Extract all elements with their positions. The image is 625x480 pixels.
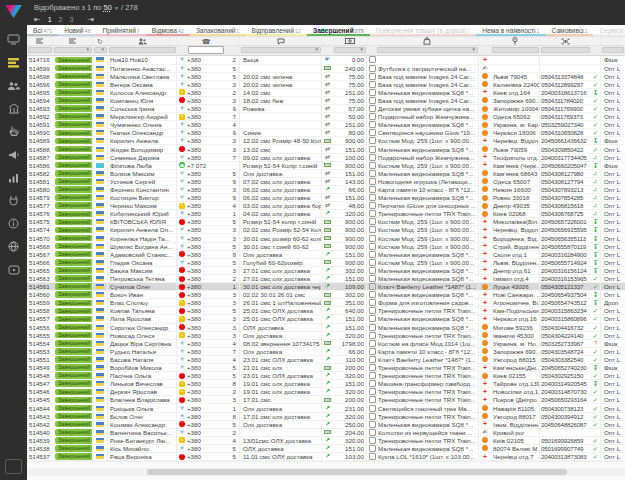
ttn-number[interactable]: 20450655870119 <box>540 243 591 250</box>
tag-column[interactable] <box>601 37 625 45</box>
client-phone[interactable]: +380 <box>187 364 225 371</box>
order-row[interactable]: 514555ЗавершенийНовосад Олесяlc+3803Олх … <box>27 332 625 340</box>
ttn-number[interactable]: 0504303548724 <box>540 348 591 355</box>
order-row[interactable]: 514565ЗавершенийБаюка Максим'+380327.01 … <box>27 267 625 275</box>
order-row[interactable]: 514716ЗавершенийНов10 Нов10✳+3802Выца☛0.… <box>27 56 625 64</box>
ttn-number[interactable]: 20450661436632 <box>540 137 591 144</box>
client-phone[interactable]: +380 <box>187 404 225 411</box>
ttn-number[interactable]: 0503252733967 <box>540 340 591 347</box>
ttn-number[interactable]: 20400315860896 <box>540 315 591 322</box>
ttn-number[interactable]: 0504311769900 <box>540 105 591 112</box>
ttn-number[interactable]: 20400316284900 <box>540 251 591 258</box>
ttn-number[interactable]: 0504304224140 <box>540 332 591 339</box>
client-phone[interactable]: +380 <box>187 348 225 355</box>
ttn-number[interactable]: 20450660205047 <box>540 162 591 169</box>
ttn-number[interactable]: 20450655714924 <box>540 259 591 266</box>
ttn-number[interactable]: 20450656355113 <box>540 234 591 241</box>
order-row[interactable]: 514586ЗавершенийФіліпова Люба☎+7 072Розм… <box>27 162 625 170</box>
status-tab[interactable]: Завершений278 <box>307 25 370 36</box>
client-phone[interactable]: +380 <box>187 340 225 347</box>
order-row[interactable]: 514591ЗавершенийЧумаченко Олена✳+3804⇄15… <box>27 121 625 129</box>
order-row[interactable]: 514595ЗавершенийКолосок Александрlc+3802… <box>27 89 625 97</box>
order-row[interactable]: 514580ЗавершенийФесенко Константин✳+3803… <box>27 186 625 194</box>
order-row[interactable]: 514545ЗавершенийБлагінна Владіслава'+380… <box>27 396 625 404</box>
first-page-icon[interactable]: ⇤ <box>34 15 41 24</box>
ttn-number[interactable]: 20450652740230 <box>540 364 591 371</box>
client-phone[interactable]: +380 <box>187 324 225 331</box>
ttn-number[interactable]: 0504305121337 <box>540 283 591 290</box>
dashboard-icon[interactable] <box>5 31 22 48</box>
ttn-number[interactable]: 0504306815618 <box>540 202 591 209</box>
phone-column-icon2[interactable]: ☎ <box>187 37 225 45</box>
id-filter[interactable] <box>27 46 53 55</box>
app-logo-icon[interactable] <box>5 5 22 18</box>
ttn-number[interactable]: 20400314870730 <box>540 388 591 395</box>
client-phone[interactable]: +380 <box>187 113 225 120</box>
order-row[interactable]: 514566ЗавершенийГладик Оксана✳+3805Голуб… <box>27 259 625 267</box>
comment-column-icon[interactable] <box>240 37 322 45</box>
status-tab[interactable]: Відправлений12 <box>246 25 308 36</box>
order-row[interactable]: 514575ЗавершенийКВІТОВСЬКА ЮЛІЯ'+3805Роз… <box>27 218 625 226</box>
ttn-number[interactable]: 0503259027340 <box>540 121 591 128</box>
ttn-number[interactable]: 20450654743512 <box>540 299 591 306</box>
client-phone[interactable]: +380 <box>187 89 225 96</box>
order-row[interactable]: 514551ЗавершенийБасова Наталя✳+380423.01… <box>27 356 625 364</box>
payment-column[interactable] <box>322 37 333 45</box>
ttn-filter[interactable] <box>540 46 591 55</box>
order-row[interactable]: 514559ЗавершенийВлас Слотюуlc+380326.01 … <box>27 299 625 307</box>
order-row[interactable]: 514540ЗавершенийВалентина Васильє...✳+38… <box>27 429 625 437</box>
order-row[interactable]: 514570ЗавершенийКорнелюк Надія Та...✳+38… <box>27 234 625 242</box>
client-phone[interactable]: +380 <box>187 154 225 161</box>
client-phone[interactable]: +380 <box>187 291 225 298</box>
client-phone[interactable]: +380 <box>187 356 225 363</box>
order-row[interactable]: 514574ЗавершенийКирилич Анжела Ол...✳+38… <box>27 226 625 234</box>
delivery-column[interactable] <box>479 37 491 45</box>
client-phone[interactable]: +380 <box>187 259 225 266</box>
order-row[interactable]: 514542ЗавершенийКошмак Александр'+3805Ол… <box>27 421 625 429</box>
order-row[interactable]: 514543ЗавершенийБєлов Олег✳+380817.01 см… <box>27 413 625 421</box>
horizontal-scrollbar[interactable] <box>27 468 625 476</box>
ttn-number[interactable]: 0504300394912 <box>540 413 591 420</box>
client-phone[interactable]: +380 <box>187 413 225 420</box>
order-row[interactable]: 514558ЗавершенийКовпак Татьяна'+380525.0… <box>27 307 625 315</box>
order-row[interactable]: 514587ЗавершенийСеменюк Дарина✳+380709.0… <box>27 154 625 162</box>
client-phone[interactable]: +7 072 <box>187 162 225 169</box>
client-filter[interactable] <box>108 46 177 55</box>
order-row[interactable]: 514549ЗавершенийВоробйов Микола✳+380521.… <box>27 364 625 372</box>
ttn-number[interactable]: 0504300738123 <box>540 404 591 411</box>
status-tab[interactable]: Нема в наявності1 <box>476 25 545 36</box>
order-row[interactable]: 514599ЗавершенийПотапенко Анастас...✳+38… <box>27 65 625 73</box>
client-phone[interactable]: +380 <box>187 137 225 144</box>
ttn-number[interactable]: 20400317734405 <box>540 154 591 161</box>
status-filter[interactable]: ▼ <box>53 46 93 55</box>
ttn-number[interactable]: 20400315863234 <box>540 307 591 314</box>
status-tab[interactable]: Прийнятий7 <box>96 25 145 36</box>
ttn-number[interactable] <box>540 429 591 436</box>
order-row[interactable]: 514576ЗавершенийКобилинський Юрий✳+38010… <box>27 210 625 218</box>
id-column-sort-icon[interactable] <box>27 37 53 45</box>
order-row[interactable]: 514544ЗавершенийРокіцька Ольга✳+3801Олх … <box>27 404 625 412</box>
comment-filter[interactable]: ▼ <box>240 46 322 55</box>
order-row[interactable]: 514560ЗавершенийБокоч Иван'+380302.02 30… <box>27 291 625 299</box>
client-phone[interactable]: +380 <box>187 186 225 193</box>
ttn-number[interactable]: 0504310650828 <box>540 129 591 136</box>
last-page-icon[interactable]: ⇥ <box>87 15 94 24</box>
count-column[interactable] <box>225 37 240 45</box>
order-row[interactable]: 514563ЗавершенийПетровська Тетяна'+38022… <box>27 275 625 283</box>
order-row[interactable]: 514581ЗавершенийУстинов Сергей✳+380907.0… <box>27 178 625 186</box>
client-phone[interactable]: +380 <box>187 388 225 395</box>
client-phone[interactable]: +380 <box>187 267 225 274</box>
megaphone-icon[interactable] <box>5 146 22 163</box>
order-row[interactable]: 514553ЗавершенийРудько Наталья✳+3807Олх … <box>27 348 625 356</box>
client-phone[interactable]: +380 <box>187 121 225 128</box>
client-phone[interactable]: +380 <box>187 234 225 241</box>
order-row[interactable]: 514582ЗавершенийВолков Максим✳+3805Олх д… <box>27 170 625 178</box>
ttn-number[interactable] <box>540 65 591 72</box>
ttn-number[interactable]: 20400316153965 <box>540 275 591 282</box>
amount-column-icon[interactable] <box>333 37 367 45</box>
ttn-number[interactable]: 0504307893213 <box>540 186 591 193</box>
order-row[interactable]: 514554ЗавершенийДацюк Віра Сергіївна✳+38… <box>27 340 625 348</box>
order-row[interactable]: 514567ЗавершенийАдамовский Станис...'+38… <box>27 251 625 259</box>
ttn-number[interactable]: 0504302925150 <box>540 372 591 379</box>
client-phone[interactable]: +380 <box>187 372 225 379</box>
